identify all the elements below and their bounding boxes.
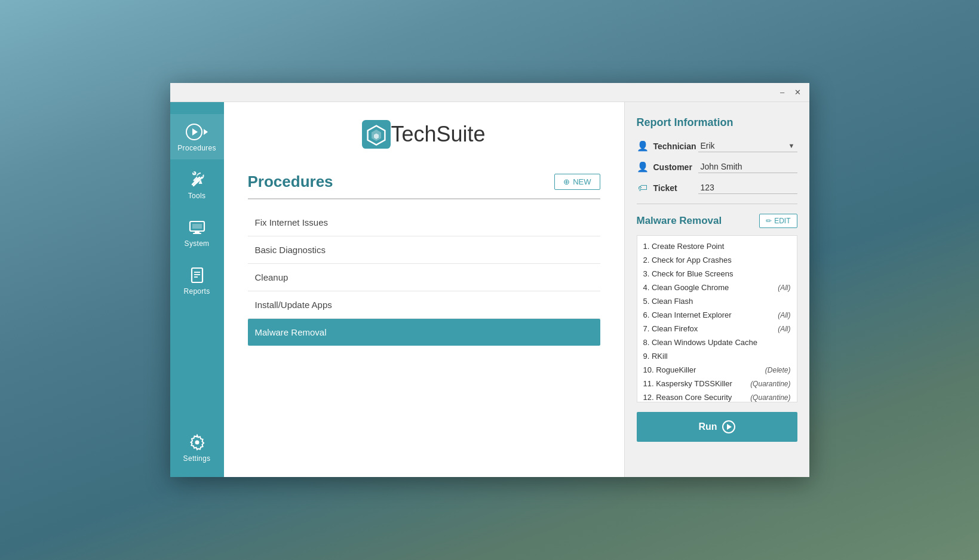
sidebar-label-settings: Settings bbox=[183, 454, 211, 463]
sidebar-label-procedures: Procedures bbox=[177, 144, 216, 152]
step-badge: (Delete) bbox=[765, 366, 791, 374]
procedure-list-item[interactable]: Install/Update Apps bbox=[248, 291, 600, 319]
step-list-item[interactable]: 7. Clean Firefox(All) bbox=[637, 322, 797, 336]
step-name: 11. Kaspersky TDSSKiller bbox=[643, 379, 747, 388]
customer-row: 👤 Customer John Smith bbox=[637, 161, 797, 173]
run-label: Run bbox=[698, 421, 717, 432]
step-list-item[interactable]: 4. Clean Google Chrome(All) bbox=[637, 281, 797, 294]
step-badge: (All) bbox=[778, 311, 790, 319]
step-name: 7. Clean Firefox bbox=[643, 324, 775, 333]
svg-rect-3 bbox=[193, 233, 201, 234]
reports-icon bbox=[189, 267, 205, 284]
main-panel: TechSuite Procedures ⊕ NEW Fix Internet … bbox=[224, 102, 624, 477]
settings-icon bbox=[189, 434, 205, 451]
step-list-item[interactable]: 10. RogueKiller(Delete) bbox=[637, 363, 797, 377]
titlebar: – ✕ bbox=[170, 83, 809, 102]
customer-icon: 👤 bbox=[637, 161, 649, 173]
ticket-icon: 🏷 bbox=[637, 183, 649, 193]
content-area: Procedures Tools bbox=[170, 102, 809, 477]
sidebar-item-settings[interactable]: Settings bbox=[170, 424, 224, 475]
edit-pencil-icon: ✏ bbox=[766, 217, 772, 225]
step-list-item[interactable]: 9. RKill bbox=[637, 349, 797, 363]
step-name: 6. Clean Internet Explorer bbox=[643, 310, 775, 319]
step-list-item[interactable]: 6. Clean Internet Explorer(All) bbox=[637, 308, 797, 322]
technician-label: Technician bbox=[653, 141, 698, 151]
new-button-label: NEW bbox=[573, 177, 591, 186]
system-icon bbox=[189, 219, 205, 236]
procedure-list-item[interactable]: Basic Diagnostics bbox=[248, 236, 600, 264]
ticket-field-wrapper: 123 bbox=[698, 181, 797, 194]
step-list-item[interactable]: 12. Reason Core Security(Quarantine) bbox=[637, 390, 797, 402]
step-name: 4. Clean Google Chrome bbox=[643, 283, 775, 292]
procedure-list: Fix Internet IssuesBasic DiagnosticsClea… bbox=[248, 209, 600, 346]
technician-row: 👤 Technician Erik ▼ bbox=[637, 140, 797, 152]
steps-list: 1. Create Restore Point2. Check for App … bbox=[637, 235, 797, 402]
customer-value: John Smith bbox=[698, 161, 797, 173]
svg-rect-4 bbox=[192, 268, 202, 282]
svg-rect-1 bbox=[192, 224, 202, 229]
sidebar-item-system[interactable]: System bbox=[170, 210, 224, 255]
step-name: 9. RKill bbox=[643, 352, 791, 361]
logo-icon bbox=[362, 120, 391, 149]
step-name: 5. Clean Flash bbox=[643, 297, 791, 306]
step-name: 3. Check for Blue Screens bbox=[643, 269, 791, 278]
ticket-label: Ticket bbox=[653, 183, 698, 193]
technician-icon: 👤 bbox=[637, 140, 649, 152]
step-list-item[interactable]: 2. Check for App Crashes bbox=[637, 253, 797, 267]
procedures-header: Procedures ⊕ NEW bbox=[248, 173, 600, 199]
step-badge: (All) bbox=[778, 284, 790, 292]
technician-field-wrapper: Erik ▼ bbox=[698, 140, 797, 152]
new-procedure-button[interactable]: ⊕ NEW bbox=[554, 174, 600, 190]
procedures-icon bbox=[186, 124, 208, 140]
run-play-icon bbox=[722, 420, 735, 433]
run-button[interactable]: Run bbox=[637, 412, 797, 442]
technician-value: Erik bbox=[698, 140, 788, 152]
right-panel: Report Information 👤 Technician Erik ▼ 👤… bbox=[624, 102, 809, 477]
step-name: 2. Check for App Crashes bbox=[643, 256, 791, 264]
sidebar-item-procedures[interactable]: Procedures bbox=[170, 114, 224, 159]
tools-icon bbox=[189, 171, 205, 188]
step-badge: (Quarantine) bbox=[750, 380, 790, 388]
procedure-list-item[interactable]: Malware Removal bbox=[248, 319, 600, 346]
sidebar-label-reports: Reports bbox=[183, 287, 210, 296]
step-badge: (All) bbox=[778, 325, 790, 333]
new-plus-icon: ⊕ bbox=[563, 177, 570, 186]
step-list-item[interactable]: 3. Check for Blue Screens bbox=[637, 267, 797, 281]
sidebar-item-tools[interactable]: Tools bbox=[170, 162, 224, 207]
edit-button[interactable]: ✏ EDIT bbox=[759, 214, 797, 228]
edit-label: EDIT bbox=[774, 217, 790, 225]
step-name: 1. Create Restore Point bbox=[643, 242, 791, 251]
malware-section-title: Malware Removal bbox=[637, 215, 722, 227]
svg-point-8 bbox=[195, 441, 199, 445]
logo-area: TechSuite bbox=[248, 120, 600, 149]
close-button[interactable]: ✕ bbox=[791, 86, 805, 99]
step-name: 8. Clean Windows Update Cache bbox=[643, 338, 791, 347]
report-info-title: Report Information bbox=[637, 116, 797, 129]
step-badge: (Quarantine) bbox=[750, 393, 790, 402]
ticket-row: 🏷 Ticket 123 bbox=[637, 181, 797, 194]
step-list-item[interactable]: 8. Clean Windows Update Cache bbox=[637, 336, 797, 349]
procedure-list-item[interactable]: Cleanup bbox=[248, 264, 600, 291]
step-list-item[interactable]: 11. Kaspersky TDSSKiller(Quarantine) bbox=[637, 377, 797, 390]
step-name: 12. Reason Core Security bbox=[643, 393, 747, 402]
step-list-item[interactable]: 1. Create Restore Point bbox=[637, 239, 797, 253]
customer-label: Customer bbox=[653, 162, 698, 172]
sidebar-item-reports[interactable]: Reports bbox=[170, 257, 224, 303]
step-list-item[interactable]: 5. Clean Flash bbox=[637, 294, 797, 308]
procedure-list-item[interactable]: Fix Internet Issues bbox=[248, 209, 600, 236]
step-name: 10. RogueKiller bbox=[643, 365, 762, 374]
sidebar-label-tools: Tools bbox=[188, 192, 206, 200]
ticket-value: 123 bbox=[698, 181, 797, 193]
logo-text: TechSuite bbox=[391, 122, 485, 147]
sidebar-label-system: System bbox=[185, 239, 210, 248]
section-divider bbox=[637, 204, 797, 204]
main-window: – ✕ Procedures bbox=[170, 83, 809, 477]
malware-header: Malware Removal ✏ EDIT bbox=[637, 214, 797, 228]
sidebar: Procedures Tools bbox=[170, 102, 224, 477]
customer-field-wrapper: John Smith bbox=[698, 161, 797, 173]
minimize-button[interactable]: – bbox=[776, 86, 789, 99]
procedures-section-title: Procedures bbox=[248, 173, 333, 191]
technician-dropdown-arrow[interactable]: ▼ bbox=[788, 142, 797, 149]
